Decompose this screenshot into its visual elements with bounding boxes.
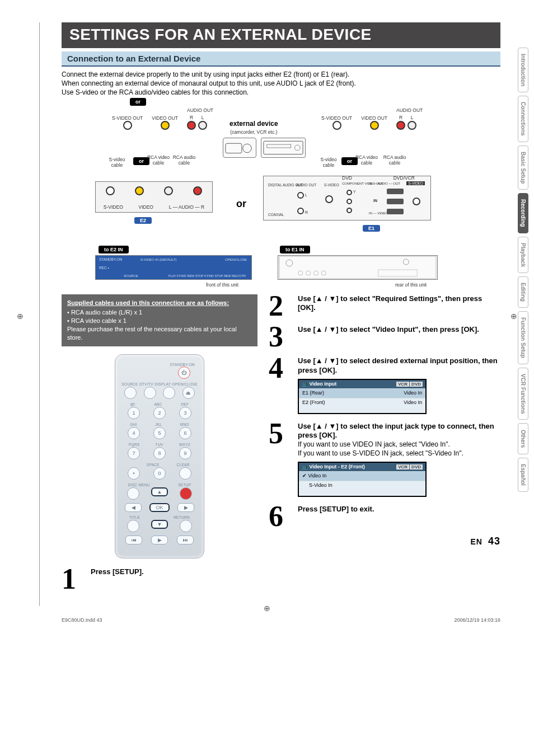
osd-row-label: Video In	[308, 473, 327, 478]
remote-label: SOURCE	[121, 382, 138, 386]
supplied-heading: Supplied cables used in this connection …	[67, 299, 229, 307]
jack-label: S-VIDEO OUT	[112, 115, 143, 121]
remote-key: 9	[179, 447, 191, 459]
tab-recording[interactable]: Recording	[518, 193, 528, 233]
supplied-item: • RCA audio cable (L/R) x 1	[67, 309, 142, 316]
osd-row-label: E2 (Front)	[302, 400, 325, 406]
to-e2-label: to E2 IN	[99, 246, 129, 253]
front-jack-panel: S-VIDEO VIDEO L — AUDIO — R	[95, 181, 213, 213]
vcr-icon	[261, 138, 306, 158]
chapter-tabs: Introduction Connections Basic Setup Rec…	[518, 48, 528, 495]
tab-playback[interactable]: Playback	[518, 237, 528, 273]
or-pill: or	[130, 98, 146, 106]
video-jack-icon	[161, 121, 170, 130]
jack-l-label: L	[202, 115, 204, 120]
nav-left-button: ◀	[125, 503, 142, 512]
tab-espanol[interactable]: Español	[518, 458, 528, 492]
step-3-text: Use [▲ / ▼] to select "Video Input", the…	[298, 325, 479, 334]
label: L — AUDIO — R	[169, 204, 204, 210]
osd-row-label: E1 (Rear)	[302, 390, 324, 397]
remote-key: 3	[179, 407, 191, 419]
cable-label-rca-audio: RCA audio cable	[381, 154, 409, 166]
remote-label: DISC MENU	[128, 483, 150, 487]
osd-badge: DVD	[410, 464, 423, 469]
front-of-unit-illustration: STANDBY-ON REC • S-VIDEO IN (DEFAULT) OP…	[95, 255, 252, 280]
tab-introduction[interactable]: Introduction	[518, 48, 528, 92]
rear-of-unit-illustration	[278, 255, 438, 280]
nav-down-button: ▼	[151, 520, 168, 529]
tab-others[interactable]: Others	[518, 423, 528, 454]
page-number: EN43	[269, 536, 500, 547]
remote-label: TITLE	[129, 515, 140, 519]
intro-text: Connect the external device properly to …	[62, 70, 500, 97]
remote-control-illustration: STANDBY-ON ⏻ SOURCE DTV/TV DISPLAY OPEN/…	[115, 354, 204, 558]
rear-caption: rear of this unit	[395, 282, 427, 288]
remote-button	[163, 387, 175, 399]
registration-mark-icon: ⊕	[264, 604, 270, 613]
remote-key: 5	[153, 427, 166, 439]
svideo-jack-icon	[123, 121, 132, 130]
audio-l-jack-icon	[198, 121, 207, 130]
osd-video-input: 📺 Video Input VCRDVD E1 (Rear)Video In E…	[298, 379, 427, 414]
next-button: ⏭	[177, 536, 194, 544]
remote-button	[127, 520, 139, 532]
step-number-6: 6	[269, 505, 293, 528]
step-5-note: If you want to use S-VIDEO IN jack, sele…	[298, 449, 463, 457]
remote-key	[179, 467, 191, 480]
svg-point-9	[298, 271, 303, 275]
remote-key: 1	[128, 407, 140, 419]
step-1-text: Press [SETUP].	[91, 567, 144, 576]
big-or: or	[236, 198, 246, 210]
osd-title: Video Input - E2 (Front)	[310, 464, 365, 469]
video-jack-icon	[370, 121, 379, 130]
remote-button	[124, 387, 137, 399]
remote-button	[180, 520, 192, 532]
remote-label: OPEN/CLOSE	[172, 382, 198, 386]
cable-label-rca-audio: RCA audio cable	[172, 154, 196, 166]
osd-badge: VCR	[396, 382, 409, 387]
remote-label: DTV/TV	[139, 382, 153, 386]
tab-connections[interactable]: Connections	[518, 96, 528, 142]
camcorder-icon	[223, 138, 256, 158]
osd-title: Video Input	[310, 381, 337, 387]
cable-label-rca-video: RCA video cable	[147, 154, 170, 166]
osd-video-input-e2: 📺 Video Input - E2 (Front) VCRDVD ✔ Vide…	[298, 462, 427, 497]
svg-point-11	[314, 271, 318, 275]
step-number-5: 5	[269, 422, 293, 497]
jack-label: AUDIO OUT	[396, 107, 423, 113]
step-number-1: 1	[62, 567, 86, 591]
jack-l-label: L	[411, 115, 414, 120]
svg-point-6	[286, 260, 293, 266]
tab-vcr-functions[interactable]: VCR Functions	[518, 368, 528, 420]
remote-key: 4	[128, 427, 140, 439]
tab-function-setup[interactable]: Function Setup	[518, 311, 528, 364]
step-number-2: 2	[269, 294, 293, 318]
e1-tag: E1	[363, 225, 380, 232]
ok-button: OK	[149, 503, 170, 512]
cable-label-svideo: S-video cable	[103, 157, 131, 168]
external-device-label: external device	[229, 120, 278, 128]
jack-icon	[164, 186, 173, 195]
svg-point-12	[321, 271, 326, 275]
step-number-4: 4	[269, 356, 293, 414]
jack-r-label: R	[399, 115, 402, 120]
svg-point-1	[243, 144, 251, 152]
supplied-item: • RCA video cable x 1	[67, 317, 127, 324]
prev-button: ⏮	[125, 536, 142, 544]
jack-r-label: R	[190, 115, 193, 120]
remote-button: ⏏	[182, 387, 195, 399]
tab-editing[interactable]: Editing	[518, 276, 528, 308]
remote-label: DISPLAY	[154, 382, 171, 386]
osd-row-value: Video In	[404, 400, 422, 406]
remote-label: SETUP	[178, 483, 191, 487]
jack-label: VIDEO OUT	[152, 115, 178, 121]
svg-rect-5	[279, 256, 436, 279]
audio-r-jack-icon	[187, 121, 196, 130]
remote-button	[127, 487, 139, 500]
tab-basic-setup[interactable]: Basic Setup	[518, 145, 528, 190]
svg-point-4	[294, 145, 300, 151]
svg-rect-0	[226, 143, 242, 153]
supplied-note: Please purchase the rest of the necessar…	[67, 326, 237, 341]
jack-icon	[135, 186, 144, 195]
svg-rect-3	[267, 144, 291, 148]
